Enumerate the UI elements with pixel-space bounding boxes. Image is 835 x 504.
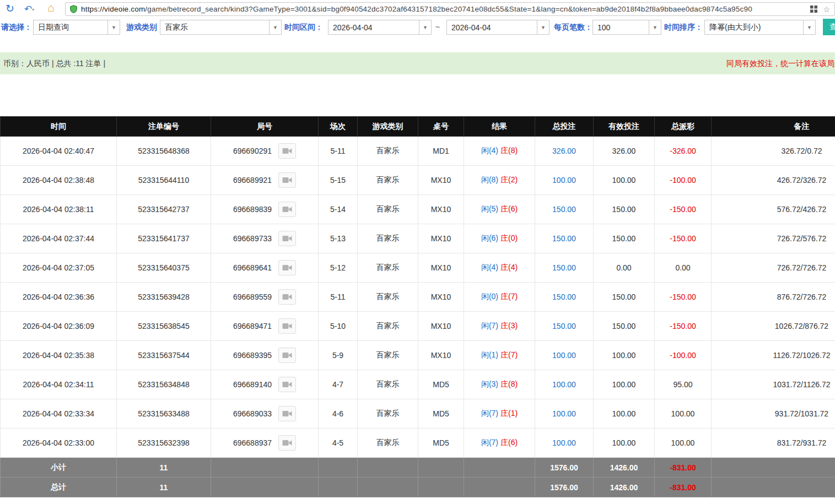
empty-cell [358, 478, 418, 497]
video-camera-icon [282, 293, 292, 301]
url-text: https://videoie.com/game/betrecord_searc… [81, 5, 752, 13]
query-type-value: 日期查询 [34, 23, 107, 32]
col-session: 场次 [319, 117, 358, 137]
reload-icon[interactable]: ↻ [6, 2, 14, 15]
home-icon[interactable]: ⌂ [47, 1, 55, 14]
cell-payout: 95.00 [655, 370, 712, 399]
cell-table-id: MD5 [418, 370, 464, 399]
video-replay-button[interactable] [278, 318, 296, 334]
cell-total-bet: 100.00 [535, 370, 594, 399]
cell-session: 5-11 [319, 283, 358, 312]
cell-valid-bet: 100.00 [594, 166, 655, 195]
video-replay-button[interactable] [278, 202, 296, 217]
cell-total-bet: 100.00 [535, 341, 594, 370]
cell-note: 726.72/726.72 [712, 253, 835, 283]
video-replay-button[interactable] [278, 231, 296, 246]
video-replay-button[interactable] [278, 348, 296, 363]
empty-cell [211, 478, 319, 497]
cell-valid-bet: 150.00 [594, 283, 655, 312]
cell-session: 4-5 [319, 429, 358, 458]
round-number: 696689471 [233, 322, 272, 330]
cell-total-bet: 100.00 [535, 399, 594, 429]
table-row: 2026-04-04 02:35:38 523315637544 6966893… [1, 341, 835, 370]
cell-bet-id: 523315642737 [117, 195, 211, 224]
col-valid-bet: 有效投注 [594, 117, 655, 137]
game-type-dropdown[interactable]: 百家乐 ▼ [160, 20, 282, 35]
cell-payout: -150.00 [655, 195, 712, 224]
video-replay-button[interactable] [278, 289, 296, 305]
table-row: 2026-04-04 02:37:44 523315641737 6966897… [1, 224, 835, 253]
cell-round: 696689641 [211, 253, 319, 283]
date-from-picker[interactable]: 2026-04-04 ▼ [328, 20, 432, 35]
result-player: 闲(7) [481, 438, 498, 447]
round-number: 696689839 [233, 205, 272, 214]
apps-grid-icon[interactable] [810, 6, 817, 13]
video-camera-icon [282, 264, 292, 272]
cell-bet-id: 523315633488 [117, 399, 211, 429]
cell-round: 696689559 [211, 283, 319, 312]
cell-bet-id: 523315639428 [117, 283, 211, 312]
cell-result: 闲(8)庄(2) [464, 166, 535, 195]
cell-session: 5-11 [319, 137, 358, 166]
table-row: 2026-04-04 02:36:36 523315639428 6966895… [1, 283, 835, 312]
video-camera-icon [282, 205, 292, 213]
video-replay-button[interactable] [278, 377, 296, 392]
date-to-picker[interactable]: 2026-04-04 ▼ [446, 20, 550, 35]
subtotal-row: 小计 11 1576.00 1426.00 -831.00 [1, 458, 835, 478]
col-table-id: 桌号 [418, 117, 464, 137]
sort-dropdown[interactable]: 降幂(由大到小) ▼ [704, 20, 816, 35]
cell-bet-id: 523315637544 [117, 341, 211, 370]
address-bar[interactable]: https://videoie.com/game/betrecord_searc… [65, 2, 835, 16]
notice-text: 同局有效投注，统一计算在该局第 [726, 52, 835, 74]
browser-toolbar: ↻ ↶▾ ⌂ https://videoie.com/game/betrecor… [0, 0, 835, 18]
video-replay-button[interactable] [278, 435, 296, 451]
url-domain: https://videoie.com [81, 5, 145, 13]
cell-table-id: MD5 [418, 399, 464, 429]
cell-total-bet: 150.00 [535, 195, 594, 224]
video-replay-button[interactable] [278, 406, 296, 421]
cell-table-id: MX10 [418, 166, 464, 195]
result-player: 闲(3) [481, 380, 498, 388]
cell-game-type: 百家乐 [358, 283, 418, 312]
cell-valid-bet: 100.00 [594, 429, 655, 458]
result-banker: 庄(1) [500, 409, 518, 418]
cell-game-type: 百家乐 [358, 399, 418, 429]
chevron-down-icon: ▼ [803, 20, 815, 34]
chevron-down-icon: ▼ [107, 20, 120, 34]
total-count: 11 [117, 478, 211, 497]
cell-total-bet: 150.00 [535, 312, 594, 341]
page-size-dropdown[interactable]: 100 ▼ [592, 20, 661, 35]
sort-label: 时间排序： [664, 20, 703, 35]
cell-bet-id: 523315638545 [117, 312, 211, 341]
cell-valid-bet: 326.00 [594, 137, 655, 166]
table-row: 2026-04-04 02:33:00 523315632398 6966889… [1, 429, 835, 458]
cell-note: 576.72/426.72 [712, 195, 835, 224]
cell-result: 闲(7)庄(3) [464, 312, 535, 341]
cell-time: 2026-04-04 02:38:11 [1, 195, 117, 224]
cell-result: 闲(0)庄(7) [464, 283, 535, 312]
subtotal-total-bet: 1576.00 [535, 458, 594, 478]
cell-round: 696690291 [211, 137, 319, 166]
bet-records-table: 时间 注单编号 局号 场次 游戏类别 桌号 结果 总投注 有效投注 总派彩 备注… [0, 116, 835, 497]
video-replay-button[interactable] [278, 143, 296, 159]
cell-table-id: MD1 [418, 137, 464, 166]
undo-back-icon[interactable]: ↶▾ [24, 3, 34, 15]
sort-value: 降幂(由大到小) [705, 23, 803, 32]
cell-note: 726.72/576.72 [712, 224, 835, 253]
security-shield-icon[interactable] [70, 5, 77, 13]
cell-payout: 100.00 [655, 429, 712, 458]
video-replay-button[interactable] [278, 172, 296, 188]
search-button[interactable]: 查询 [823, 19, 835, 35]
cell-payout: -150.00 [655, 283, 712, 312]
url-path: /game/betrecord_search/kind3?GameType=30… [145, 5, 752, 13]
table-body: 2026-04-04 02:40:47 523315648368 6966902… [1, 137, 835, 458]
round-number: 696689033 [233, 409, 272, 418]
table-row: 2026-04-04 02:33:34 523315633488 6966890… [1, 399, 835, 429]
video-replay-button[interactable] [278, 260, 296, 275]
video-camera-icon [282, 439, 292, 447]
cell-time: 2026-04-04 02:37:05 [1, 253, 117, 283]
query-type-dropdown[interactable]: 日期查询 ▼ [33, 20, 120, 35]
video-camera-icon [282, 351, 292, 359]
cell-time: 2026-04-04 02:34:11 [1, 370, 117, 399]
bookmark-star-icon[interactable]: ☆ [823, 6, 830, 13]
